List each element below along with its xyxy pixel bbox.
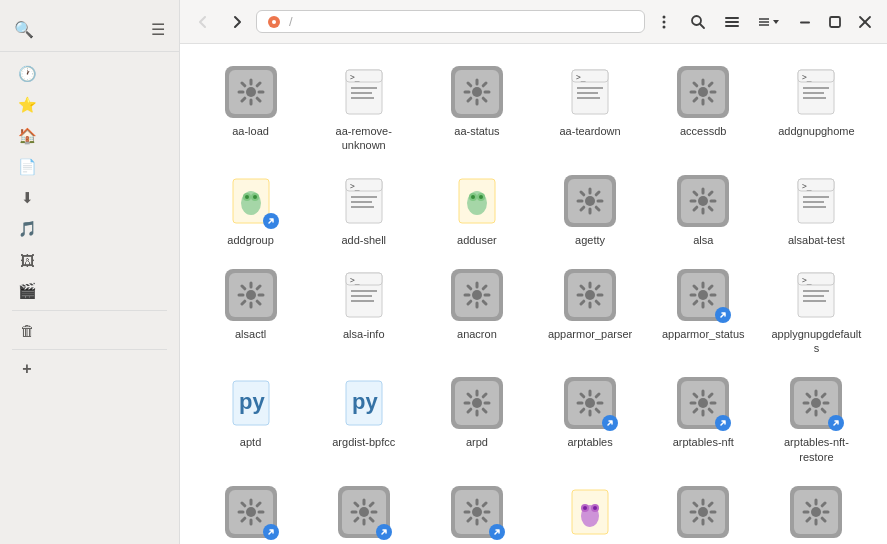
- list-item[interactable]: py aptd: [196, 367, 305, 472]
- file-name: arptables-nft-restore: [771, 435, 861, 464]
- list-view-button[interactable]: [717, 9, 747, 35]
- svg-point-96: [698, 290, 708, 300]
- sidebar-item-starred[interactable]: ⭐: [6, 90, 173, 120]
- hamburger-menu-icon[interactable]: ☰: [145, 16, 171, 43]
- svg-line-6: [700, 24, 704, 28]
- list-item[interactable]: alsactl: [196, 259, 305, 364]
- list-item[interactable]: arptables: [309, 476, 418, 544]
- sidebar-item-pictures[interactable]: 🖼: [6, 245, 173, 275]
- list-item[interactable]: arptables-nft: [649, 367, 758, 472]
- file-icon-wrapper: py: [223, 375, 279, 431]
- file-icon-wrapper: [675, 267, 731, 323]
- file-icon-wrapper: >_: [788, 64, 844, 120]
- file-name: alsabat-test: [788, 233, 845, 247]
- svg-text:>_: >_: [350, 182, 360, 191]
- minimize-button[interactable]: [791, 8, 819, 36]
- list-item[interactable]: anacron: [422, 259, 531, 364]
- search-icon[interactable]: 🔍: [8, 16, 40, 43]
- list-item[interactable]: alsa: [649, 165, 758, 255]
- more-options-button[interactable]: [649, 9, 679, 35]
- file-icon-wrapper: [223, 173, 279, 229]
- file-icon-wrapper: py: [336, 375, 392, 431]
- svg-point-26: [472, 87, 482, 97]
- maximize-button[interactable]: [821, 8, 849, 36]
- symlink-badge: [263, 213, 279, 229]
- file-name: alsa-info: [343, 327, 385, 341]
- list-item[interactable]: arspell: [535, 476, 644, 544]
- list-item[interactable]: >_ add-shell: [309, 165, 418, 255]
- list-item[interactable]: >_ addgnupghome: [762, 56, 871, 161]
- list-item[interactable]: apparmor_status: [649, 259, 758, 364]
- file-name: anacron: [457, 327, 497, 341]
- file-icon-wrapper: [675, 64, 731, 120]
- file-icon-wrapper: [223, 484, 279, 540]
- list-item[interactable]: arptables: [196, 476, 305, 544]
- svg-text:>_: >_: [350, 73, 360, 82]
- music-icon: 🎵: [18, 220, 36, 238]
- sidebar: 🔍 ☰ 🕐 ⭐ 🏠 📄 ⬇ 🎵 🖼: [0, 0, 180, 544]
- sidebar-item-recent[interactable]: 🕐: [6, 59, 173, 89]
- file-name: accessdb: [680, 124, 726, 138]
- list-item[interactable]: >_ alsa-info: [309, 259, 418, 364]
- sidebar-item-documents[interactable]: 📄: [6, 152, 173, 182]
- file-name: aptd: [240, 435, 261, 449]
- symlink-badge: [715, 307, 731, 323]
- list-item[interactable]: py argdist-bpfcc: [309, 367, 418, 472]
- list-item[interactable]: adduser: [422, 165, 531, 255]
- file-icon-wrapper: [449, 173, 505, 229]
- videos-icon: 🎬: [18, 282, 36, 300]
- back-button[interactable]: [188, 9, 218, 35]
- file-icon-wrapper: >_: [562, 64, 618, 120]
- svg-point-118: [698, 398, 708, 408]
- svg-point-127: [359, 507, 369, 517]
- sidebar-item-trash[interactable]: 🗑: [6, 315, 173, 345]
- list-item[interactable]: arptables-nft-restore: [762, 367, 871, 472]
- symlink-badge: [715, 415, 731, 431]
- list-item[interactable]: aa-status: [422, 56, 531, 161]
- list-item[interactable]: >_ aa-teardown: [535, 56, 644, 161]
- list-item[interactable]: agetty: [535, 165, 644, 255]
- downloads-icon: ⬇: [18, 189, 36, 207]
- search-button[interactable]: [683, 9, 713, 35]
- sidebar-item-other-locations[interactable]: +: [6, 354, 173, 384]
- close-button[interactable]: [851, 8, 879, 36]
- file-name: aa-teardown: [559, 124, 620, 138]
- list-item[interactable]: accessdb: [649, 56, 758, 161]
- symlink-badge: [263, 524, 279, 540]
- pictures-icon: 🖼: [18, 251, 36, 269]
- list-item[interactable]: avahi: [649, 476, 758, 544]
- svg-point-130: [472, 507, 482, 517]
- svg-point-3: [663, 20, 666, 23]
- list-item[interactable]: >_ applygnupgdefaults: [762, 259, 871, 364]
- sidebar-item-music[interactable]: 🎵: [6, 214, 173, 244]
- svg-text:py: py: [239, 389, 265, 414]
- symlink-badge: [602, 415, 618, 431]
- file-name: addgroup: [227, 233, 274, 247]
- location-ubuntu-icon: [267, 15, 281, 29]
- sidebar-item-videos[interactable]: 🎬: [6, 276, 173, 306]
- file-name: arptables: [567, 435, 612, 449]
- file-icon-wrapper: [562, 484, 618, 540]
- list-item[interactable]: apparmor_parser: [535, 259, 644, 364]
- list-item[interactable]: badblocks: [762, 476, 871, 544]
- file-name: apparmor_parser: [548, 327, 632, 341]
- list-item[interactable]: arpd: [422, 367, 531, 472]
- svg-point-136: [583, 506, 587, 510]
- svg-text:py: py: [352, 389, 378, 414]
- list-item[interactable]: arptables: [422, 476, 531, 544]
- other-locations-icon: +: [18, 360, 36, 378]
- svg-rect-10: [800, 21, 810, 23]
- sidebar-item-downloads[interactable]: ⬇: [6, 183, 173, 213]
- svg-point-93: [585, 290, 595, 300]
- location-bar[interactable]: /: [256, 10, 645, 33]
- symlink-badge: [489, 524, 505, 540]
- list-item[interactable]: addgroup: [196, 165, 305, 255]
- sidebar-item-home[interactable]: 🏠: [6, 121, 173, 151]
- list-item[interactable]: aa-load: [196, 56, 305, 161]
- list-item[interactable]: arptables: [535, 367, 644, 472]
- view-options-button[interactable]: [751, 11, 787, 33]
- forward-button[interactable]: [222, 9, 252, 35]
- file-name: arpd: [466, 435, 488, 449]
- list-item[interactable]: >_ alsabat-test: [762, 165, 871, 255]
- list-item[interactable]: >_ aa-remove-unknown: [309, 56, 418, 161]
